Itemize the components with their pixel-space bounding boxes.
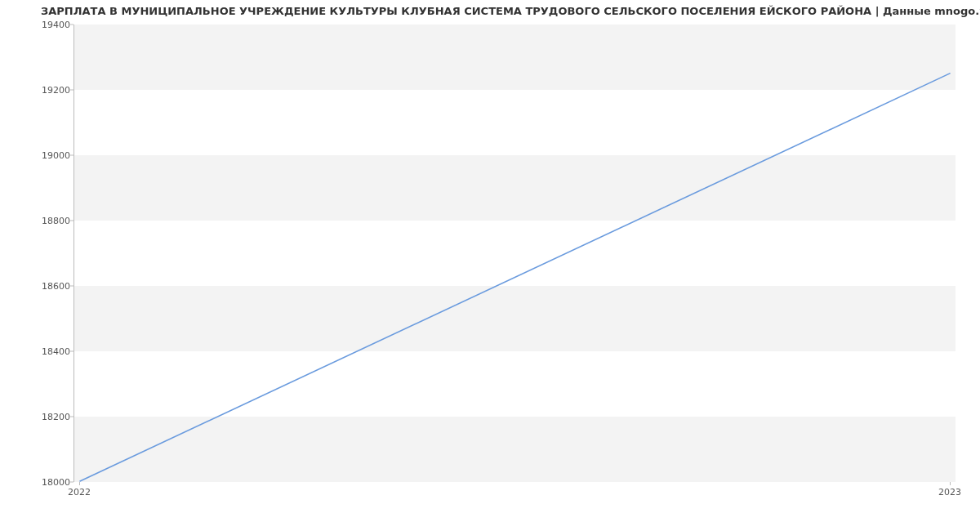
y-tick-label: 18000 [21, 477, 70, 488]
chart-container: ЗАРПЛАТА В МУНИЦИПАЛЬНОЕ УЧРЕЖДЕНИЕ КУЛЬ… [0, 0, 980, 531]
y-tick-label: 18400 [21, 346, 70, 357]
chart-line-svg [74, 25, 956, 481]
y-tick-label: 19000 [21, 150, 70, 161]
y-tick-label: 19200 [21, 85, 70, 96]
x-tick-label: 2023 [938, 487, 961, 498]
y-tick-label: 18800 [21, 216, 70, 226]
x-tick-label: 2022 [68, 487, 91, 498]
chart-title: ЗАРПЛАТА В МУНИЦИПАЛЬНОЕ УЧРЕЖДЕНИЕ КУЛЬ… [41, 5, 980, 17]
y-tick-label: 18600 [21, 281, 70, 292]
y-tick-label: 18200 [21, 412, 70, 422]
y-tick-label: 19400 [21, 20, 70, 30]
x-tick-mark [950, 482, 951, 485]
x-tick-mark [79, 482, 80, 485]
plot-area [74, 25, 956, 482]
series-line [80, 74, 950, 481]
